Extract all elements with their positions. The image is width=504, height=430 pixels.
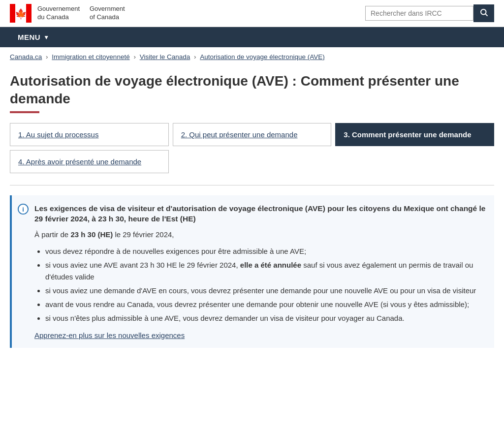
notice-intro: À partir de 23 h 30 (HE) le 29 février 2…: [34, 229, 486, 241]
page-title: Autorisation de voyage électronique (AVE…: [10, 72, 494, 108]
step-4-link[interactable]: 4. Après avoir présenté une demande: [18, 157, 141, 166]
content-divider: [10, 185, 494, 185]
list-item: si vous aviez une demande d'AVE en cours…: [45, 285, 486, 297]
breadcrumb-home[interactable]: Canada.ca: [10, 53, 42, 61]
breadcrumb-visiter[interactable]: Visiter le Canada: [140, 53, 190, 61]
breadcrumb: Canada.ca › Immigration et citoyenneté ›…: [0, 47, 504, 64]
breadcrumb-immigration[interactable]: Immigration et citoyenneté: [52, 53, 129, 61]
info-icon: i: [18, 204, 29, 340]
breadcrumb-sep-1: ›: [46, 53, 50, 61]
list-item: si vous n'êtes plus admissible à une AVE…: [45, 312, 486, 324]
site-header: 🍁 Gouvernement du Canada Government of C…: [0, 0, 504, 27]
chevron-down-icon: ▼: [43, 34, 49, 41]
svg-text:🍁: 🍁: [15, 8, 27, 20]
notice-link[interactable]: Apprenez-en plus sur les nouvelles exige…: [34, 331, 185, 339]
search-icon: [479, 8, 488, 17]
breadcrumb-sep-3: ›: [194, 53, 198, 61]
list-item: avant de vous rendre au Canada, vous dev…: [45, 299, 486, 310]
notice-title: Les exigences de visa de visiteur et d'a…: [34, 203, 486, 224]
step-1-box[interactable]: 1. Au sujet du processus: [10, 123, 169, 146]
step-3-box[interactable]: 3. Comment présenter une demande: [335, 123, 494, 146]
gov-name-fr: Gouvernement du Canada: [37, 5, 80, 22]
steps-row-1: 1. Au sujet du processus 2. Qui peut pré…: [10, 123, 494, 146]
step-1-link[interactable]: 1. Au sujet du processus: [18, 130, 98, 139]
main-content: Autorisation de voyage électronique (AVE…: [0, 72, 504, 370]
notice-list: vous devez répondre à de nouvelles exige…: [34, 246, 486, 324]
gov-name-en: Government of Canada: [90, 5, 125, 22]
search-area: [365, 4, 494, 22]
notice-content: Les exigences de visa de visiteur et d'a…: [34, 203, 486, 340]
step-4-box[interactable]: 4. Après avoir présenté une demande: [10, 150, 169, 173]
search-input[interactable]: [365, 6, 473, 21]
step-2-link[interactable]: 2. Qui peut présenter une demande: [181, 130, 298, 139]
svg-line-5: [485, 14, 487, 16]
svg-point-4: [481, 9, 486, 15]
canada-flag-icon: 🍁: [10, 4, 32, 23]
main-nav: MENU ▼: [0, 27, 504, 47]
menu-button[interactable]: MENU ▼: [10, 27, 58, 47]
steps-row-2: 4. Après avoir présenté une demande: [10, 150, 494, 173]
step-3-label: 3. Comment présenter une demande: [344, 130, 471, 139]
list-item: vous devez répondre à de nouvelles exige…: [45, 246, 486, 257]
breadcrumb-sep-2: ›: [133, 53, 137, 61]
title-underline: [10, 111, 39, 113]
menu-label: MENU: [18, 33, 40, 41]
header-logo-area: 🍁 Gouvernement du Canada Government of C…: [10, 4, 125, 23]
step-2-box[interactable]: 2. Qui peut présenter une demande: [173, 123, 332, 146]
search-button[interactable]: [473, 4, 494, 22]
government-name-area: Gouvernement du Canada Government of Can…: [37, 5, 125, 22]
breadcrumb-ave[interactable]: Autorisation de voyage électronique (AVE…: [200, 53, 324, 61]
list-item: si vous aviez une AVE avant 23 h 30 HE l…: [45, 259, 486, 283]
svg-text:i: i: [22, 205, 24, 213]
notice-box: i Les exigences de visa de visiteur et d…: [10, 195, 494, 348]
svg-rect-2: [26, 4, 32, 23]
